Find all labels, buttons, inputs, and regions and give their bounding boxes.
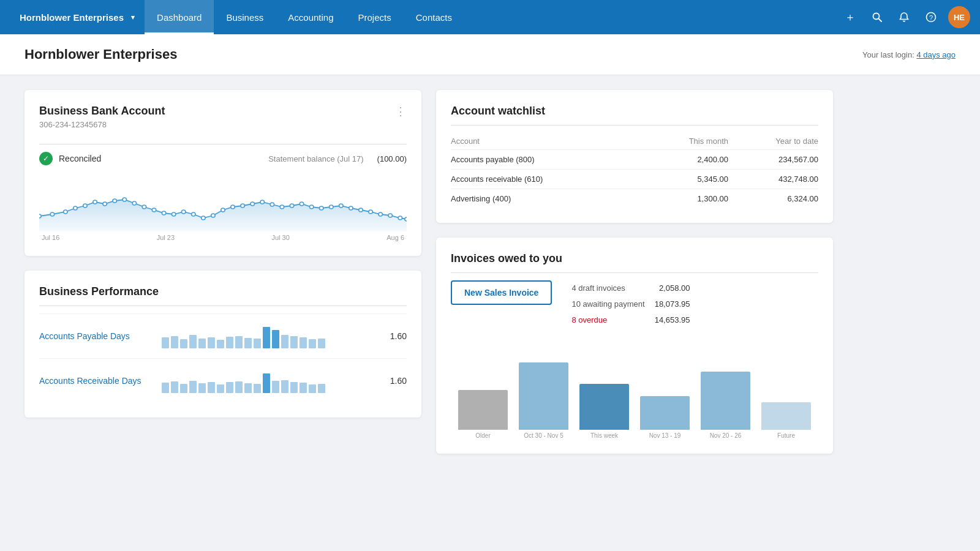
svg-point-13 — [132, 201, 136, 205]
svg-point-38 — [379, 212, 382, 216]
perf-bar — [208, 337, 215, 348]
svg-point-19 — [192, 212, 195, 216]
svg-point-30 — [300, 202, 303, 206]
perf-bar — [198, 339, 206, 348]
nav-projects[interactable]: Projects — [346, 0, 404, 34]
overdue-label: 8 overdue — [571, 312, 607, 328]
account-name: Accounts payable (800) — [451, 150, 645, 170]
nav-brand[interactable]: Hornblower Enterprises ▾ — [10, 0, 145, 34]
svg-point-12 — [123, 198, 126, 201]
watchlist-title: Account watchlist — [451, 105, 818, 118]
svg-point-37 — [369, 210, 372, 214]
invoices-title: Invoices owed to you — [451, 252, 818, 265]
perf-bar — [226, 382, 233, 393]
page-header: Hornblower Enterprises Your last login: … — [0, 34, 980, 75]
draft-label: 4 draft invoices — [571, 280, 625, 296]
svg-point-24 — [241, 204, 244, 208]
svg-point-5 — [50, 212, 54, 216]
svg-point-14 — [142, 205, 146, 209]
svg-point-11 — [113, 199, 116, 203]
bar — [761, 402, 810, 430]
bar-group — [456, 338, 510, 430]
bar — [701, 372, 750, 430]
brand-name: Hornblower Enterprises — [20, 12, 124, 23]
performance-row-receivable: Accounts Receivable Days — [39, 358, 407, 403]
perf-bar — [318, 339, 325, 348]
svg-point-6 — [64, 210, 67, 214]
perf-bar — [189, 335, 197, 348]
invoices-card: Invoices owed to you New Sales Invoice 4… — [436, 238, 833, 454]
new-sales-invoice-button[interactable]: New Sales Invoice — [451, 280, 552, 305]
performance-title: Business Performance — [39, 285, 407, 298]
watchlist-table: Account This month Year to date Accounts… — [451, 133, 818, 208]
table-row: Accounts payable (800) 2,400.00 234,567.… — [451, 150, 818, 170]
svg-point-17 — [172, 212, 175, 216]
payable-days-label[interactable]: Accounts Payable Days — [39, 331, 162, 341]
bar-chart-labels: OlderOct 30 - Nov 5This weekNov 13 - 19N… — [451, 430, 818, 439]
bell-icon[interactable] — [892, 5, 916, 29]
svg-point-25 — [251, 202, 254, 206]
bar — [519, 362, 568, 430]
bar-group — [638, 338, 692, 430]
bank-account-card: Business Bank Account 306-234-12345678 ⋮… — [24, 90, 421, 256]
table-row: Advertising (400) 1,300.00 6,324.00 — [451, 189, 818, 209]
bar-group — [577, 338, 631, 430]
nav-business[interactable]: Business — [214, 0, 276, 34]
reconciled-row: ✓ Reconciled Statement balance (Jul 17) … — [39, 152, 407, 165]
chart-x-labels: Jul 16 Jul 23 Jul 30 Aug 6 — [39, 234, 407, 241]
perf-bar — [235, 381, 243, 393]
navbar: Hornblower Enterprises ▾ Dashboard Busin… — [0, 0, 980, 34]
bar-group — [516, 338, 571, 430]
avatar[interactable]: HE — [948, 6, 970, 28]
perf-bar — [244, 338, 252, 348]
this-month-value: 2,400.00 — [645, 150, 728, 170]
perf-bar — [254, 384, 261, 393]
account-name: Accounts receivable (610) — [451, 170, 645, 189]
receivable-days-label[interactable]: Accounts Receivable Days — [39, 376, 162, 386]
perf-bar-highlight — [263, 373, 270, 393]
bank-account-number: 306-234-12345678 — [39, 120, 165, 129]
statement-balance-label: Statement balance (Jul 17) — [268, 154, 363, 163]
svg-point-21 — [211, 214, 215, 217]
perf-bar — [290, 382, 298, 393]
svg-point-15 — [152, 208, 156, 212]
perf-bar — [318, 384, 325, 393]
nav-dashboard[interactable]: Dashboard — [145, 0, 214, 34]
bar-label: Oct 30 - Nov 5 — [516, 432, 571, 439]
receivable-days-value: 1.60 — [382, 376, 407, 386]
perf-bar — [171, 336, 178, 348]
svg-point-16 — [162, 211, 165, 215]
svg-point-34 — [339, 204, 343, 208]
brand-chevron: ▾ — [131, 13, 135, 21]
svg-point-20 — [202, 216, 205, 220]
perf-bar — [189, 381, 197, 393]
perf-bar — [244, 383, 252, 393]
perf-bar — [254, 339, 261, 348]
last-login-link[interactable]: 4 days ago — [916, 50, 956, 59]
more-options-icon[interactable]: ⋮ — [395, 105, 407, 118]
col-this-month: This month — [645, 133, 728, 150]
main-content: Business Bank Account 306-234-12345678 ⋮… — [0, 75, 858, 468]
perf-bar — [272, 381, 279, 393]
svg-point-31 — [309, 205, 313, 209]
svg-point-41 — [405, 217, 407, 221]
svg-point-4 — [39, 214, 41, 218]
this-month-value: 1,300.00 — [645, 189, 728, 209]
perf-bar — [198, 383, 206, 393]
invoices-summary: New Sales Invoice 4 draft invoices 2,058… — [451, 280, 818, 328]
perf-bar — [180, 384, 187, 393]
svg-point-28 — [280, 205, 284, 209]
draft-amount: 2,058.00 — [659, 280, 690, 296]
svg-point-10 — [103, 202, 107, 206]
this-month-value: 5,345.00 — [645, 170, 728, 189]
bar — [579, 384, 628, 430]
help-icon[interactable]: ? — [919, 5, 943, 29]
svg-point-8 — [83, 204, 87, 208]
perf-bar — [281, 380, 288, 393]
nav-accounting[interactable]: Accounting — [276, 0, 345, 34]
search-icon[interactable] — [865, 5, 889, 29]
perf-bar — [300, 383, 307, 393]
bar-label: Older — [456, 432, 510, 439]
nav-contacts[interactable]: Contacts — [404, 0, 464, 34]
add-icon[interactable]: ＋ — [838, 5, 862, 29]
